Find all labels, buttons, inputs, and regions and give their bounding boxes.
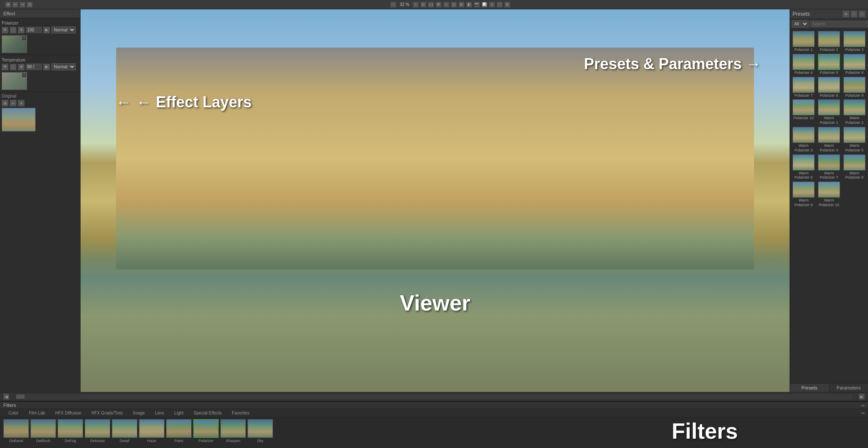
toolbar-icon-3[interactable]: ↪	[19, 2, 25, 8]
hand-tool-icon[interactable]: ✥	[436, 2, 442, 8]
preset-thumb-0	[793, 31, 815, 47]
presets-category-select[interactable]: All	[792, 20, 809, 28]
filter-item-deband[interactable]: DeBand	[3, 419, 29, 443]
filter-item-sharpen[interactable]: Sharpen	[220, 419, 246, 443]
filter-item-haze[interactable]: Haze	[139, 419, 164, 443]
polarizer-blend-mode[interactable]: Normal Multiply Screen	[51, 26, 76, 34]
preset-thumb-inner-6	[793, 77, 814, 92]
preset-item-0[interactable]: Polarizer 1	[792, 31, 815, 52]
preset-thumb-1	[818, 31, 840, 47]
orig-icon-2[interactable]: ↩	[10, 100, 17, 106]
filter-nav-light[interactable]: Light	[169, 410, 189, 416]
orig-icon-1[interactable]: ⊞	[2, 100, 8, 106]
view-single-icon[interactable]: ▪	[443, 2, 449, 8]
temperature-opacity-input[interactable]	[26, 64, 42, 70]
presets-max-icon[interactable]: □	[859, 11, 865, 17]
zoom-in-icon[interactable]: +	[413, 2, 419, 8]
preset-label-2: Polarizer 3	[845, 48, 863, 52]
view-compare-icon[interactable]: ⊞	[459, 2, 465, 8]
preset-label-8: Polarizer 9	[845, 93, 863, 98]
preset-item-1[interactable]: Polarizer 2	[817, 31, 841, 52]
preset-item-7[interactable]: Polarizer 8	[817, 77, 841, 98]
info-icon[interactable]: ℹ	[489, 2, 495, 8]
top-toolbar: ⊞ ↩ ↪ ⊡ − 32 % + ⊡ 1:1 ✥ ▪ ◫ ⊞ ◧ 📷 📊 ℹ ⬚…	[0, 0, 868, 9]
filter-nav-hfx-grads/tints[interactable]: HFX Grads/Tints	[86, 410, 128, 416]
temp-settings-icon[interactable]: ⚙	[18, 64, 25, 70]
temp-visible-icon[interactable]: 👁	[2, 64, 8, 70]
filter-item-polarizer[interactable]: Polarizer	[193, 419, 219, 443]
mask-icon[interactable]: ⬚	[497, 2, 503, 8]
preset-item-6[interactable]: Polarizer 7	[792, 77, 815, 98]
orig-icon-3[interactable]: ✕	[18, 100, 25, 106]
presets-min-icon[interactable]: −	[851, 11, 857, 17]
zoom-100-icon[interactable]: 1:1	[428, 2, 434, 8]
filter-item-denoise[interactable]: DeNoise	[85, 419, 110, 443]
preset-item-4[interactable]: Polarizer 5	[817, 54, 841, 75]
preset-item-8[interactable]: Polarizer 9	[843, 77, 866, 98]
filter-nav-special-effects[interactable]: Special Effects	[189, 410, 227, 416]
preset-item-10[interactable]: Warm Polarizer 1	[817, 99, 841, 125]
left-panel: Effect Polarizer 👁 ⬚ ⚙ ▶ Normal Multiply…	[0, 9, 81, 392]
histogram-icon[interactable]: 📊	[481, 2, 487, 8]
tab-parameters[interactable]: Parameters	[829, 384, 868, 392]
scroll-right-icon[interactable]: ▶	[859, 394, 865, 400]
filter-nav-image[interactable]: Image	[128, 410, 150, 416]
filter-item-paint[interactable]: Paint	[166, 419, 192, 443]
toolbar-icon-2[interactable]: ↩	[12, 2, 18, 8]
preset-item-16[interactable]: Warm Polarizer 7	[817, 154, 841, 180]
temp-mask-icon[interactable]: ⬚	[10, 64, 17, 70]
filter-thumb-img-denoise	[85, 420, 110, 437]
preset-item-14[interactable]: Warm Polarizer 5	[843, 127, 866, 153]
polarizer-layer-controls: 👁 ⬚ ⚙ ▶ Normal Multiply Screen	[2, 26, 78, 34]
toolbar-icon-1[interactable]: ⊞	[5, 2, 11, 8]
filter-item-sky[interactable]: Sky	[248, 419, 273, 443]
opacity-arrow-icon[interactable]: ▶	[43, 27, 50, 34]
scroll-left-icon[interactable]: ◀	[3, 394, 9, 400]
tab-presets[interactable]: Presets	[790, 384, 829, 392]
view-ab-icon[interactable]: ◧	[466, 2, 472, 8]
camera-icon[interactable]: 📷	[474, 2, 480, 8]
polarizer-close-btn[interactable]: ✕	[22, 36, 26, 40]
preset-item-13[interactable]: Warm Polarizer 4	[817, 127, 841, 153]
original-controls: ⊞ ↩ ✕	[2, 100, 78, 106]
presets-close-icon[interactable]: ✕	[843, 11, 849, 17]
filters-expand-btn[interactable]: ⇔	[861, 403, 865, 408]
viewer-area[interactable]: ← ← Effect Layers Presets & Parameters →…	[81, 9, 790, 392]
preset-item-5[interactable]: Polarizer 6	[843, 54, 866, 75]
preset-item-15[interactable]: Warm Polarizer 6	[792, 154, 815, 180]
filter-nav-lens[interactable]: Lens	[150, 410, 170, 416]
filter-item-defog[interactable]: DeFog	[58, 419, 83, 443]
preset-thumb-8	[843, 77, 865, 93]
horizontal-scrollbar[interactable]	[16, 394, 852, 399]
view-split-icon[interactable]: ◫	[451, 2, 457, 8]
zoom-out-icon[interactable]: −	[390, 2, 396, 8]
main-layout: Effect Polarizer 👁 ⬚ ⚙ ▶ Normal Multiply…	[0, 9, 868, 392]
preset-item-17[interactable]: Warm Polarizer 8	[843, 154, 866, 180]
filter-item-detail[interactable]: Detail	[112, 419, 137, 443]
preset-item-3[interactable]: Polarizer 4	[792, 54, 815, 75]
layer-visible-icon[interactable]: 👁	[2, 27, 8, 34]
filters-expand-icon[interactable]: ⇔	[861, 411, 865, 415]
presets-search-input[interactable]	[810, 21, 868, 27]
filter-nav-film-lab[interactable]: Film Lab	[24, 410, 50, 416]
preset-thumb-3	[793, 54, 815, 70]
preset-item-12[interactable]: Warm Polarizer 3	[792, 127, 815, 153]
preset-item-2[interactable]: Polarizer 3	[843, 31, 866, 52]
preset-item-11[interactable]: Warm Polarizer 2	[843, 99, 866, 125]
filter-nav-hfx-diffusion[interactable]: HFX Diffusion	[50, 410, 86, 416]
temperature-blend-mode[interactable]: Normal Multiply	[51, 63, 76, 70]
layer-settings-icon[interactable]: ⚙	[18, 27, 25, 34]
preset-item-18[interactable]: Warm Polarizer 9	[792, 182, 815, 207]
preset-item-19[interactable]: Warm Polarizer 10	[817, 182, 841, 207]
temp-opacity-arrow-icon[interactable]: ▶	[43, 64, 50, 70]
settings-icon[interactable]: ⚙	[504, 2, 510, 8]
polarizer-opacity-input[interactable]	[26, 27, 42, 33]
toolbar-icon-4[interactable]: ⊡	[27, 2, 33, 8]
filter-item-deblock[interactable]: DeBlock	[31, 419, 56, 443]
temperature-close-btn[interactable]: ✕	[22, 73, 26, 77]
filter-nav-color[interactable]: Color	[3, 410, 24, 416]
filter-nav-favorites[interactable]: Favorites	[227, 410, 254, 416]
preset-item-9[interactable]: Polarizer 10	[792, 99, 815, 125]
layer-mask-icon[interactable]: ⬚	[10, 27, 17, 34]
fit-icon[interactable]: ⊡	[420, 2, 426, 8]
